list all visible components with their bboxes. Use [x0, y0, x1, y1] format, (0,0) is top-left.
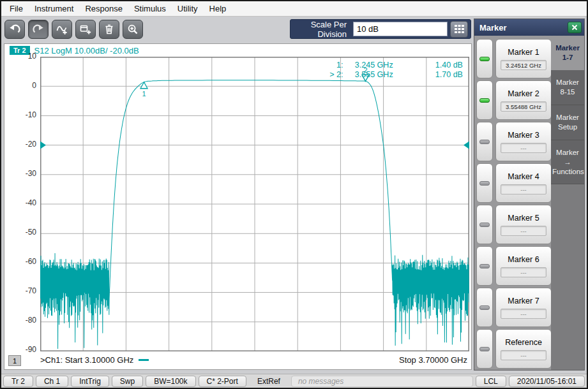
- marker2-readout-freq: 3.555 GHz: [355, 70, 393, 79]
- marker-row: Marker 5 ---: [476, 205, 552, 244]
- marker-3-button[interactable]: Marker 3 ---: [495, 122, 552, 161]
- marker-7-enable-toggle[interactable]: [476, 288, 493, 327]
- add-window-button[interactable]: [75, 20, 96, 39]
- vna-application-window: File Instrument Response Stimulus Utilit…: [0, 0, 588, 389]
- marker-4-enable-toggle[interactable]: [476, 163, 493, 203]
- marker-5-button[interactable]: Marker 5 ---: [495, 205, 552, 244]
- trace-marker-1-label: 1: [142, 90, 146, 98]
- close-icon: [571, 24, 578, 31]
- marker-softkey-panel: Marker Marker 1 3.24512 GHz: [474, 18, 585, 371]
- close-panel-button[interactable]: [568, 22, 582, 33]
- marker-4-button[interactable]: Marker 4 ---: [495, 163, 552, 203]
- zoom-button[interactable]: [123, 20, 143, 39]
- marker-button-value: 3.55488 GHz: [501, 101, 547, 112]
- marker-button-label: Marker 6: [508, 255, 539, 264]
- reference-level-indicator-left[interactable]: [40, 142, 46, 149]
- scale-per-division-input[interactable]: [353, 22, 448, 36]
- reference-level-indicator-right[interactable]: [464, 142, 469, 149]
- marker-button-value: ---: [501, 350, 547, 360]
- marker-row: Marker 2 3.55488 GHz: [476, 80, 552, 120]
- add-trace-button[interactable]: [52, 20, 72, 39]
- stimulus-start-label: >Ch1: Start 3.10000 GHz: [40, 355, 133, 365]
- marker-button-label: Marker 7: [508, 297, 539, 305]
- y-axis-tick: 0: [8, 81, 36, 90]
- menu-stimulus[interactable]: Stimulus: [128, 1, 172, 16]
- marker-1-enable-toggle[interactable]: [476, 39, 493, 78]
- status-trace[interactable]: Tr 2: [3, 376, 33, 387]
- led-indicator: [479, 140, 490, 144]
- delete-button[interactable]: [99, 20, 119, 39]
- stimulus-stop-label: Stop 3.70000 GHz: [399, 355, 467, 365]
- toolbar: Scale Per Division: [1, 17, 472, 42]
- tab-marker-8-15[interactable]: Marker 8-15: [551, 70, 584, 105]
- status-sweep[interactable]: Swp: [112, 376, 143, 387]
- reference-marker-button[interactable]: Reference ---: [495, 329, 552, 369]
- marker-3-enable-toggle[interactable]: [476, 122, 493, 161]
- status-bandwidth[interactable]: BW=100k: [146, 376, 195, 387]
- status-lcl[interactable]: LCL: [476, 376, 506, 387]
- marker-button-value: ---: [501, 143, 547, 153]
- y-axis-tick: -30: [8, 169, 36, 178]
- plot-area[interactable]: 12 1: 3.245 GHz 1.40 dB > 2: 3.555 GHz 1…: [40, 57, 469, 351]
- marker-button-value: ---: [501, 226, 547, 236]
- menu-help[interactable]: Help: [204, 1, 232, 16]
- marker-6-enable-toggle[interactable]: [476, 246, 493, 286]
- marker-row: Reference ---: [476, 329, 552, 369]
- menu-instrument[interactable]: Instrument: [29, 1, 79, 16]
- keypad-button[interactable]: [450, 21, 468, 38]
- marker-panel-body: Marker 1 3.24512 GHz Marker 2 3.55488 GH…: [474, 36, 584, 370]
- marker-6-button[interactable]: Marker 6 ---: [495, 246, 552, 286]
- tab-marker-1-7[interactable]: Marker 1-7: [551, 36, 584, 70]
- marker-5-enable-toggle[interactable]: [476, 205, 493, 244]
- menu-file[interactable]: File: [4, 1, 29, 16]
- marker1-readout-id: 1:: [336, 61, 343, 70]
- status-calibration[interactable]: C* 2-Port: [199, 376, 246, 387]
- led-indicator: [479, 305, 490, 310]
- channel-1-display-window: Tr 2 S12 LogM 10.00dB/ -20.0dB 10 0 -10 …: [4, 43, 472, 370]
- marker2-readout-amp: 1.70 dB: [435, 70, 463, 79]
- marker-button-value: ---: [501, 184, 547, 194]
- chart-footer: 1 >Ch1: Start 3.10000 GHz Stop 3.70000 G…: [4, 354, 471, 368]
- led-indicator: [479, 181, 490, 186]
- s12-trace-plot[interactable]: 12 1: 3.245 GHz 1.40 dB > 2: 3.555 GHz 1…: [40, 57, 469, 351]
- scale-per-division-panel: Scale Per Division: [290, 19, 471, 39]
- menu-response[interactable]: Response: [79, 1, 128, 16]
- marker-panel-header: Marker: [474, 19, 584, 36]
- y-axis-tick: -70: [8, 286, 36, 295]
- marker-7-button[interactable]: Marker 7 ---: [495, 288, 552, 327]
- redo-button[interactable]: [28, 20, 49, 39]
- status-trigger[interactable]: IntTrig: [71, 376, 109, 387]
- marker-1-button[interactable]: Marker 1 3.24512 GHz: [495, 39, 552, 78]
- led-indicator: [479, 223, 490, 227]
- numeric-keypad-icon: [454, 24, 465, 34]
- marker-button-label: Marker 5: [508, 214, 539, 223]
- marker-button-label: Marker 4: [508, 172, 539, 181]
- reference-marker-enable-toggle[interactable]: [476, 329, 493, 369]
- scale-per-division-label: Scale Per Division: [293, 20, 353, 39]
- channel-number-badge[interactable]: 1: [8, 355, 21, 366]
- tab-marker-setup[interactable]: Marker Setup: [551, 105, 584, 140]
- y-axis-tick: -90: [8, 345, 36, 354]
- led-indicator: [479, 264, 490, 268]
- y-axis-tick: 10: [8, 52, 36, 61]
- redo-icon: [32, 23, 45, 36]
- marker-2-button[interactable]: Marker 2 3.55488 GHz: [495, 80, 552, 120]
- status-extref[interactable]: ExtRef: [249, 376, 289, 387]
- y-axis-tick: -40: [8, 198, 36, 207]
- tab-marker-functions[interactable]: Marker → Functions: [551, 140, 584, 185]
- undo-button[interactable]: [4, 20, 25, 39]
- marker-button-value: ---: [501, 309, 547, 319]
- marker-2-enable-toggle[interactable]: [476, 80, 493, 120]
- marker1-readout-amp: 1.40 dB: [435, 61, 463, 70]
- marker1-readout-freq: 3.245 GHz: [355, 61, 393, 70]
- delete-trash-icon: [103, 23, 116, 36]
- y-axis-tick: -10: [8, 110, 36, 119]
- status-channel[interactable]: Ch 1: [36, 376, 68, 387]
- zoom-magnifier-icon: [126, 23, 139, 36]
- menu-bar: File Instrument Response Stimulus Utilit…: [1, 1, 587, 17]
- status-bar: Tr 2 Ch 1 IntTrig Swp BW=100k C* 2-Port …: [1, 374, 587, 388]
- y-axis-tick: -60: [8, 257, 36, 266]
- add-trace-icon: [56, 23, 68, 36]
- menu-utility[interactable]: Utility: [172, 1, 204, 16]
- status-message-field: no messages: [291, 376, 473, 387]
